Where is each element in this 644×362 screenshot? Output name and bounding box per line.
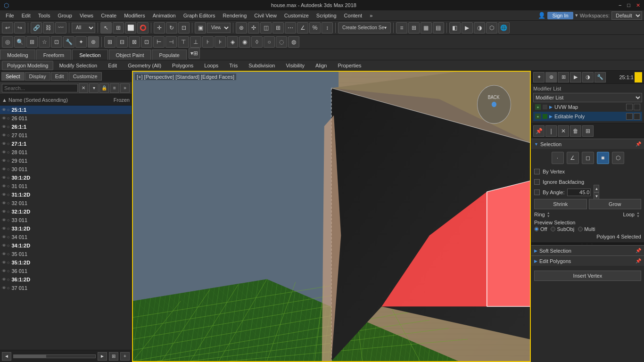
rp-hierarchy-btn[interactable]: ⊞	[558, 72, 569, 82]
scene-list-item-3[interactable]: 👁 ○ 27 011	[0, 131, 132, 140]
display-panel-button[interactable]: ⊡	[51, 36, 62, 48]
scene-list-item-9[interactable]: 👁 ○ 31 011	[0, 182, 132, 190]
tb2-btn2[interactable]: ⊟	[116, 36, 128, 48]
row-vis-icon-12[interactable]: ○	[7, 209, 9, 214]
selection-section-pin[interactable]: 📌	[636, 141, 641, 147]
menu-views[interactable]: Views	[76, 12, 97, 19]
scene-explorer-button[interactable]: 🔍	[14, 36, 25, 48]
signin-button[interactable]: Sign In	[547, 12, 573, 19]
menu-tools[interactable]: Tools	[34, 12, 54, 19]
scene-list-item-20[interactable]: 👁 ○ 36:1:2D	[0, 275, 132, 284]
radio-off-circle[interactable]	[534, 227, 539, 231]
row-eye-icon-16[interactable]: 👁	[2, 243, 6, 248]
menu-customize[interactable]: Customize	[281, 12, 313, 19]
zoom-extents-all-button[interactable]: ◎	[2, 36, 13, 48]
soft-sel-pin[interactable]: 📌	[636, 248, 641, 253]
radio-off-option[interactable]: Off	[534, 226, 547, 232]
row-vis-icon-3[interactable]: ○	[7, 133, 9, 138]
row-eye-icon-6[interactable]: 👁	[2, 158, 6, 163]
insert-vertex-button[interactable]: Insert Vertex	[534, 271, 641, 281]
modifier-row-uvw[interactable]: ● ▶ UVW Map	[533, 102, 642, 112]
radio-subobj-option[interactable]: SubObj	[551, 226, 574, 232]
row-vis-icon-18[interactable]: ○	[7, 260, 9, 265]
row-eye-icon-18[interactable]: 👁	[2, 260, 6, 265]
view-dropdown-button[interactable]: ▣	[195, 22, 206, 33]
row-vis-icon-10[interactable]: ○	[7, 192, 9, 197]
row-eye-icon-12[interactable]: 👁	[2, 209, 6, 214]
menu-edit[interactable]: Edit	[18, 12, 34, 19]
search-clear-button[interactable]: ✕	[79, 83, 88, 93]
scene-list-item-14[interactable]: 👁 ○ 33:1:2D	[0, 224, 132, 233]
ring-up[interactable]: ▲	[547, 211, 552, 214]
unlink-button[interactable]: ⛓	[43, 22, 54, 33]
loop-up[interactable]: ▲	[636, 211, 641, 214]
scene-list-item-15[interactable]: 👁 ○ 34 011	[0, 233, 132, 241]
scene-list-item-16[interactable]: 👁 ○ 34:1:2D	[0, 241, 132, 250]
row-vis-icon-21[interactable]: ○	[7, 286, 9, 290]
tb2-btn6[interactable]: ⊣	[165, 36, 177, 48]
row-eye-icon-14[interactable]: 👁	[2, 226, 6, 231]
row-vis-icon-2[interactable]: ○	[7, 124, 9, 129]
row-eye-icon-9[interactable]: 👁	[2, 184, 6, 189]
active-shade-button[interactable]: ◑	[474, 22, 485, 33]
radio-multi-circle[interactable]	[578, 227, 583, 231]
tb2-btn15[interactable]: ◌	[276, 36, 287, 48]
hierarchy-button[interactable]: ⊞	[26, 36, 38, 48]
selection-filter-dropdown[interactable]: All	[72, 23, 95, 33]
row-vis-icon-11[interactable]: ○	[7, 201, 9, 206]
motion-button[interactable]: ☆	[39, 36, 50, 48]
rp-pin-btn[interactable]: 📌	[533, 125, 545, 137]
tab-object-paint[interactable]: Object Paint	[109, 49, 151, 60]
render-button[interactable]: ▶	[462, 22, 473, 33]
subtab-modify-selection[interactable]: Modify Selection	[54, 61, 102, 70]
grow-button[interactable]: Grow	[589, 199, 642, 209]
row-vis-icon-16[interactable]: ○	[7, 243, 9, 248]
signin-dropdown-arrow[interactable]: ▾	[575, 12, 578, 18]
select-move-button[interactable]: ✛	[154, 22, 165, 33]
tb2-btn7[interactable]: ⊤	[178, 36, 189, 48]
tab-selection[interactable]: Selection	[72, 49, 107, 60]
select-scale-button[interactable]: ⊡	[178, 22, 190, 33]
toggle-grid-button[interactable]: ⊞	[408, 22, 420, 33]
utilities-button[interactable]: 🔧	[63, 36, 74, 48]
row-eye-icon-8[interactable]: 👁	[2, 175, 6, 180]
row-vis-icon-4[interactable]: ○	[7, 141, 9, 146]
row-vis-icon-19[interactable]: ○	[7, 269, 9, 273]
render-setup-button[interactable]: ◧	[449, 22, 461, 33]
rp-sub-btn5[interactable]: ⊞	[582, 125, 594, 137]
tb2-btn8[interactable]: ⊥	[190, 36, 201, 48]
menu-file[interactable]: File	[2, 12, 18, 19]
rp-sub-btn3[interactable]: ✕	[558, 125, 569, 137]
row-vis-icon-1[interactable]: ○	[7, 116, 9, 121]
create-selection-button[interactable]: Create Selection Se▾	[338, 22, 391, 33]
align-button[interactable]: ✣	[248, 22, 259, 33]
angle-snap-button[interactable]: ∠	[297, 22, 308, 33]
horizontal-scrollbar[interactable]	[13, 354, 96, 358]
menu-content[interactable]: Content	[340, 12, 366, 19]
tb2-btn11[interactable]: ◈	[227, 36, 238, 48]
tb2-btn5[interactable]: ⊢	[153, 36, 165, 48]
rp-utilities-btn[interactable]: 🔧	[594, 72, 606, 82]
by-vertex-checkbox[interactable]	[534, 169, 540, 174]
percent-snap-button[interactable]: %	[309, 22, 321, 33]
menu-create[interactable]: Create	[97, 12, 120, 19]
user-icon[interactable]: 👤	[538, 12, 545, 19]
ring-spinner[interactable]: ▲ ▼	[547, 211, 552, 218]
by-angle-up[interactable]: ▲	[594, 185, 599, 192]
modify-panel-button[interactable]: ⊛	[88, 36, 99, 48]
mirror-button[interactable]: ◫	[260, 22, 272, 33]
menu-more[interactable]: »	[366, 12, 376, 19]
tb2-btn10[interactable]: ⊧	[215, 36, 226, 48]
scene-list-item-11[interactable]: 👁 ○ 32 011	[0, 199, 132, 207]
tb2-btn4[interactable]: ⊡	[141, 36, 152, 48]
radio-subobj-circle[interactable]	[551, 227, 555, 231]
link-button[interactable]: 🔗	[31, 22, 42, 33]
lp-tab-select[interactable]: Select	[1, 72, 25, 81]
selection-section-header[interactable]: ▼ Selection 📌	[531, 139, 644, 149]
scene-list-item-6[interactable]: 👁 ○ 29 011	[0, 156, 132, 165]
spinner-snap-button[interactable]: ↕	[322, 22, 333, 33]
lock-button[interactable]: 🔒	[99, 83, 109, 93]
sel-vertex-icon[interactable]: ·	[552, 152, 564, 164]
sel-element-icon[interactable]: ⬡	[612, 152, 624, 164]
row-eye-icon-3[interactable]: 👁	[2, 133, 6, 138]
